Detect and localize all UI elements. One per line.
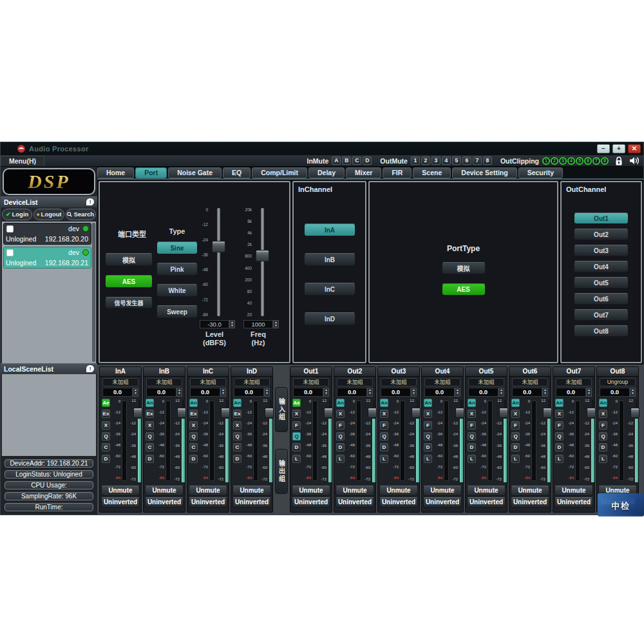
proc-button-an[interactable]: An	[599, 399, 607, 407]
group-assign-button[interactable]: 未加组	[146, 378, 182, 386]
outmute-button-6[interactable]: 6	[462, 156, 471, 165]
proc-button-q[interactable]: Q	[424, 432, 432, 440]
out-channel-out2[interactable]: Out2	[574, 229, 629, 240]
gain-spinner[interactable]: ▲▼	[455, 388, 460, 397]
uninverted-button[interactable]: Uninverted	[189, 497, 227, 507]
proc-button-an[interactable]: An	[468, 399, 476, 407]
tab-noise-gate[interactable]: Noise Gate	[168, 167, 222, 178]
outmute-button-2[interactable]: 2	[421, 156, 430, 165]
device-row[interactable]: devUnlogined192.168.20.20	[3, 223, 91, 245]
proc-button-d[interactable]: D	[555, 443, 564, 451]
proc-button-an[interactable]: An	[511, 399, 520, 407]
proc-button-d[interactable]: D	[292, 443, 301, 451]
channel-fader[interactable]	[267, 399, 272, 484]
proc-button-l[interactable]: L	[336, 455, 345, 463]
proc-button-an[interactable]: An	[336, 399, 345, 407]
freq-slider-handle[interactable]	[256, 250, 269, 261]
signal-generator-button[interactable]: 信号发生器	[105, 297, 153, 308]
proc-button-l[interactable]: L	[380, 455, 388, 463]
channel-fader[interactable]	[589, 399, 594, 484]
proc-button-x[interactable]: X	[292, 410, 301, 418]
tab-delay[interactable]: Delay	[308, 167, 345, 178]
freq-slider-track[interactable]	[261, 208, 264, 316]
group-assign-button[interactable]: 未加组	[556, 378, 592, 386]
proc-button-d[interactable]: D	[424, 443, 432, 451]
inmute-button-D[interactable]: D	[363, 156, 372, 165]
info-button[interactable]: RunTime:	[5, 503, 93, 511]
proc-button-f[interactable]: F	[511, 421, 520, 430]
in-channel-ind[interactable]: InD	[304, 312, 355, 325]
channel-fader[interactable]	[180, 399, 184, 484]
tab-security[interactable]: Security	[518, 167, 563, 178]
channel-fader[interactable]	[223, 399, 228, 484]
fader-handle[interactable]	[412, 408, 421, 418]
input-group-button[interactable]: 输入组	[275, 387, 288, 432]
proc-button-l[interactable]: L	[555, 455, 564, 463]
tab-device-setting[interactable]: Device Setting	[452, 167, 516, 178]
proc-button-f[interactable]: F	[336, 421, 345, 430]
proc-button-an[interactable]: An	[233, 399, 242, 407]
uninverted-button[interactable]: Uninverted	[336, 497, 374, 507]
gain-spinner[interactable]: ▲▼	[586, 388, 592, 397]
tab-fir[interactable]: FIR	[383, 167, 412, 178]
proc-button-x[interactable]: X	[233, 421, 242, 430]
device-checkbox[interactable]	[6, 225, 14, 232]
proc-button-x[interactable]: X	[336, 410, 345, 418]
info-button[interactable]: DeviceAddr: 192.168.20.21	[5, 459, 93, 468]
level-slider-handle[interactable]	[212, 241, 225, 252]
unmute-button[interactable]: Unmute	[145, 486, 184, 496]
group-assign-button[interactable]: 未加组	[234, 378, 270, 386]
unmute-button[interactable]: Unmute	[467, 486, 506, 496]
level-value[interactable]: -30.0	[200, 320, 229, 328]
info-button[interactable]: CPU Usage:	[5, 481, 93, 489]
speaker-icon[interactable]	[629, 156, 639, 166]
gain-value[interactable]: 0.0	[600, 388, 630, 397]
proc-button-c[interactable]: C	[102, 443, 110, 451]
proc-button-d[interactable]: D	[233, 455, 242, 463]
outmute-button-1[interactable]: 1	[411, 156, 420, 165]
porttype-aes-button[interactable]: AES	[442, 283, 486, 296]
gain-spinner[interactable]: ▲▼	[220, 388, 226, 397]
proc-button-q[interactable]: Q	[555, 432, 564, 440]
group-assign-button[interactable]: 未加组	[337, 378, 373, 386]
uninverted-button[interactable]: Uninverted	[423, 497, 462, 507]
channel-fader[interactable]	[458, 399, 462, 484]
proc-button-ae[interactable]: Ae	[102, 399, 110, 407]
lock-icon[interactable]	[614, 156, 624, 166]
gain-value[interactable]: 0.0	[293, 388, 323, 397]
in-channel-ina[interactable]: InA	[304, 223, 355, 236]
channel-fader[interactable]	[370, 399, 375, 484]
gain-spinner[interactable]: ▲▼	[176, 388, 182, 397]
proc-button-d[interactable]: D	[468, 443, 476, 451]
fader-handle[interactable]	[368, 408, 377, 418]
uninverted-button[interactable]: Uninverted	[101, 497, 140, 507]
outmute-button-5[interactable]: 5	[452, 156, 461, 165]
group-assign-button[interactable]: 未加组	[468, 378, 504, 386]
gain-value[interactable]: 0.0	[146, 388, 176, 397]
tab-home[interactable]: Home	[97, 167, 134, 178]
gain-spinner[interactable]: ▲▼	[323, 388, 329, 397]
proc-button-x[interactable]: X	[380, 410, 388, 418]
uninverted-button[interactable]: Uninverted	[292, 497, 330, 507]
out-channel-out4[interactable]: Out4	[574, 261, 629, 272]
outmute-button-3[interactable]: 3	[431, 156, 440, 165]
proc-button-l[interactable]: L	[292, 455, 301, 463]
level-spinner[interactable]: ▲▼	[229, 320, 235, 328]
proc-button-q[interactable]: Q	[468, 432, 476, 440]
tab-eq[interactable]: EQ	[223, 167, 251, 178]
in-channel-inb[interactable]: InB	[304, 253, 355, 266]
proc-button-f[interactable]: F	[292, 421, 301, 430]
analog-port-button[interactable]: 模拟	[105, 253, 153, 266]
unmute-button[interactable]: Unmute	[232, 486, 271, 496]
uninverted-button[interactable]: Uninverted	[232, 497, 271, 507]
proc-button-q[interactable]: Q	[233, 432, 242, 440]
proc-button-f[interactable]: F	[424, 421, 432, 430]
inmute-button-A[interactable]: A	[332, 156, 341, 165]
channel-fader[interactable]	[136, 399, 140, 484]
group-assign-button[interactable]: Ungroup	[600, 378, 636, 386]
gain-value[interactable]: 0.0	[190, 388, 220, 397]
close-button[interactable]: ✕	[628, 144, 641, 153]
gain-spinner[interactable]: ▲▼	[411, 388, 417, 397]
gain-value[interactable]: 0.0	[468, 388, 498, 397]
proc-button-x[interactable]: X	[146, 421, 154, 430]
